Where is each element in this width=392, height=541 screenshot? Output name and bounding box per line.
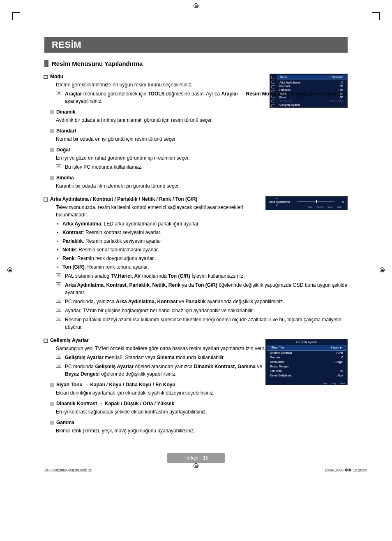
subsection-gamma: Gamma Birincil renk (kırmızı, yeşil, mav… (44, 420, 348, 434)
section-title: Resim Menüsünü Yapılandırma (44, 60, 348, 67)
osd-label: Arka Aydınlatma (269, 200, 290, 203)
chapter-title: RESİM (44, 37, 348, 53)
gray-bullet-icon (50, 176, 54, 180)
gray-bullet-icon (50, 383, 54, 387)
osd-footer: TaşıGirişGeri (266, 381, 347, 385)
section-modu: Modu: Standart Arka Aydınlatma: 5 Kontra… (44, 74, 348, 190)
note-icon: N (56, 364, 61, 368)
gray-bullet-icon (50, 402, 54, 406)
section-gelismis: Gelişmiş Ayarlar Siyah Tonu: Kapalı ▶ Di… (44, 337, 348, 434)
osd-value: : Standart (330, 76, 343, 79)
body-text: En iyi ve göze en rahat görünen görünüm … (56, 154, 348, 162)
note: NResmin parlaklık düzeyi azaltılırsa kul… (56, 316, 348, 331)
body-text: Samsung'un yeni TV'leri önceki modellere… (56, 345, 270, 352)
osd-row-modu: Modu: Standart (277, 75, 346, 79)
square-bullet-icon (44, 339, 48, 343)
note: NPC modunda Gelişmiş Ayarlar öğeleri ara… (56, 363, 348, 378)
body-text: Aydınlık bir odada artırılmış tanımlamal… (56, 116, 348, 124)
crop-mark (372, 12, 380, 20)
tools-icon: ⚒ (56, 91, 61, 95)
registration-mark-bottom: ⊕ (194, 463, 198, 468)
osd-footer: TaşıAyarlaGirişGeri (269, 204, 344, 208)
square-bullet-icon (44, 75, 48, 79)
gray-bullet-icon (50, 148, 54, 152)
bullet-item: Kontrast: Resmin kontrast seviyesini aya… (62, 229, 348, 236)
body-text: Normal bir odada en iyi görüntü için res… (56, 135, 348, 143)
page-content: RESİM Resim Menüsünü Yapılandırma Modu: … (0, 0, 392, 477)
osd-value: 5 (342, 200, 344, 203)
crop-mark (12, 12, 20, 20)
section-arka: ▲Arka Aydınlatma▼ 5 TaşıAyarlaGirişGeri … (44, 196, 348, 331)
indb-filename: BN68-02388A-03L09.indb 15 (44, 468, 92, 472)
note-icon: N (56, 317, 61, 321)
page-number-badge: Türkçe - 15 (167, 453, 225, 463)
chevron-right-icon: ▶ (340, 346, 342, 349)
note-icon: N (56, 355, 61, 359)
body-text: Karanlık bir odada film izlemek için gör… (56, 182, 348, 190)
body-text: Ekran derinliğini ayarlamak için ekranda… (56, 389, 348, 397)
osd-label: Modu (280, 76, 287, 79)
note: NPC modunda, yalnızca Arka Aydınlatma, K… (56, 298, 348, 305)
bullet-item: Renk: Resmin renk doygunluğunu ayarlar. (62, 255, 348, 262)
body-text: En iyi kontrast sağlanacak şekilde ekran… (56, 408, 348, 416)
osd-row: Kontrast: 95 (277, 84, 346, 88)
registration-mark-left: ⊕ (7, 267, 12, 272)
note-icon: N (56, 308, 61, 312)
subsection-dinamik-kontrast: Dinamik Kontrast → Kapalı / Düşük / Orta… (44, 401, 348, 416)
tools-note: ⚒Araçlar menüsünü görüntülemek için TOOL… (56, 90, 348, 105)
note: NAyarlar, TV'nin bir girişine bağladığın… (56, 307, 348, 314)
subsection-sinema: Sinema Karanlık bir odada film izlemek i… (44, 175, 348, 190)
note-icon: N (56, 164, 61, 168)
osd-title: Gelişmiş Ayarlar (266, 339, 347, 345)
slider-track (297, 202, 334, 202)
square-bullet-icon (44, 197, 48, 202)
osd-slider-row: ▲Arka Aydınlatma▼ 5 (269, 199, 344, 204)
osd-slider-backlight: ▲Arka Aydınlatma▼ 5 TaşıAyarlaGirişGeri (265, 196, 348, 210)
bullet-item: Ton (G/R): Resmin renk tonunu ayarlar. (62, 263, 348, 271)
note-icon: N (56, 273, 61, 277)
body-text: Televizyonunuzda, resim kalitesini kontr… (56, 204, 270, 218)
osd-advanced-settings: Gelişmiş Ayarlar Siyah Tonu: Kapalı ▶ Di… (265, 339, 348, 385)
bullet-item: Netlik: Resmin kenar tanımlamasını ayarl… (62, 246, 348, 253)
note: NBu işlev PC modunda kullanılamaz. (56, 163, 348, 171)
note-icon: N (56, 299, 61, 303)
subsection-dinamik: Dinamik Aydınlık bir odada artırılmış ta… (44, 109, 348, 124)
osd-row: Siyah Tonu: Kapalı ▶ (267, 345, 346, 351)
note-icon: N (56, 282, 61, 286)
note: NGelişmiş Ayarlar menüsü, Standart veya … (56, 354, 348, 361)
body-text: Birincil renk (kırmızı, yeşil, mavi) yoğ… (56, 427, 348, 434)
osd-row: Arka Aydınlatma: 5 (277, 81, 346, 84)
note: NPAL sistemin analog TV,Harici, AV modla… (56, 272, 348, 280)
print-timestamp: 2009-10-08 �� 10:20:08 (325, 468, 367, 472)
bullet-item: Parlaklık: Resmin parlaklık seviyesini a… (62, 237, 348, 245)
registration-mark-right: ⊕ (380, 267, 385, 272)
gray-bullet-icon (50, 129, 54, 133)
subsection-dogal: Doğal En iyi ve göze en rahat görünen gö… (44, 147, 348, 171)
gray-bullet-icon (50, 110, 54, 114)
gray-bullet-icon (50, 421, 54, 425)
bullet-item: Arka Aydınlatma: LED arka aydınlatmanın … (62, 220, 348, 228)
note: NArka Aydınlatma, Kontrast, Parlaklık, N… (56, 281, 348, 296)
page-footer: Türkçe - 15 (44, 455, 348, 461)
registration-mark-top: ⊕ (194, 3, 198, 8)
subsection-standart: Standart Normal bir odada en iyi görüntü… (44, 128, 348, 143)
